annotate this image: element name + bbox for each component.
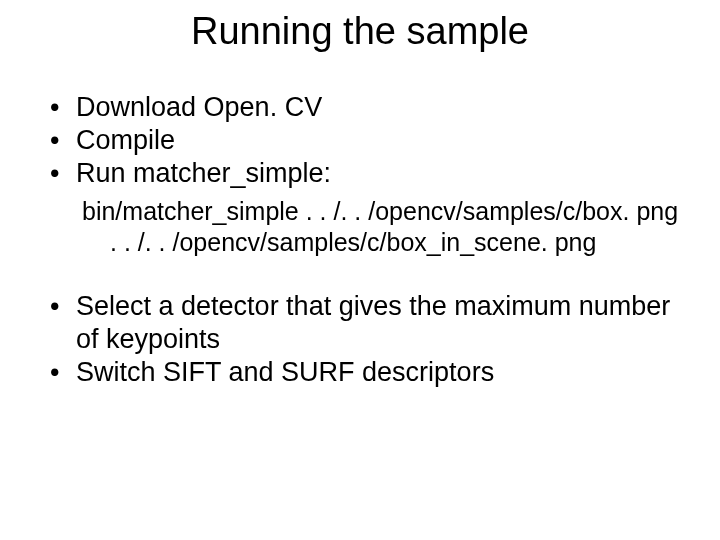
bullet-item: Switch SIFT and SURF descriptors — [50, 356, 680, 389]
bullet-item: Run matcher_simple: — [50, 157, 680, 190]
slide: Running the sample Download Open. CV Com… — [0, 0, 720, 540]
bullet-list: Select a detector that gives the maximum… — [40, 290, 680, 389]
slide-title: Running the sample — [40, 10, 680, 53]
command-line: bin/matcher_simple . . /. . /opencv/samp… — [82, 197, 678, 225]
bullet-item: Compile — [50, 124, 680, 157]
bullet-text: Run matcher_simple: — [76, 158, 331, 188]
bullet-text: Select a detector that gives the maximum… — [76, 291, 670, 354]
bullet-item: Download Open. CV — [50, 91, 680, 124]
bullet-text: Compile — [76, 125, 175, 155]
bullet-item: Select a detector that gives the maximum… — [50, 290, 680, 356]
bullet-list: Download Open. CV Compile Run matcher_si… — [40, 91, 680, 190]
bullet-text: Download Open. CV — [76, 92, 322, 122]
command-block: bin/matcher_simple . . /. . /opencv/samp… — [40, 196, 680, 259]
command-line: . . /. . /opencv/samples/c/box_in_scene.… — [82, 227, 680, 258]
bullet-text: Switch SIFT and SURF descriptors — [76, 357, 494, 387]
